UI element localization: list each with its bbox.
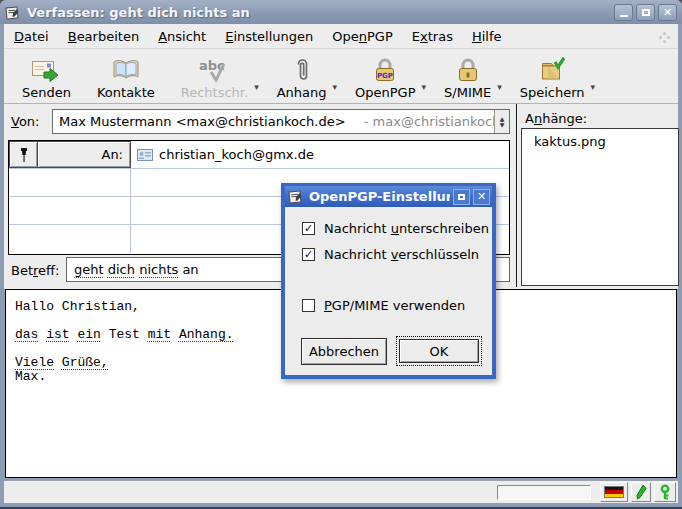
minimize-icon [620,15,628,17]
openpgp-lock-icon: PGP [372,55,398,85]
titlebar[interactable]: Verfassen: geht dich nichts an ✕ [0,0,682,24]
attach-label: Anhang [277,85,327,100]
svg-text:PGP: PGP [377,72,393,80]
from-identity-spinner[interactable]: ▲▼ [494,110,509,133]
sign-message-label: Nachricht unterschreiben [324,221,489,236]
close-button[interactable]: ✕ [658,4,677,21]
menu-hilfe[interactable]: Hilfe [472,29,502,44]
attach-dropdown-icon[interactable]: ▾ [333,82,338,92]
close-icon: ✕ [663,7,672,18]
send-icon [31,55,61,85]
save-label: Speichern [520,85,585,100]
spellcheck-label: Rechtschr. [181,85,248,100]
openpgp-dropdown-icon[interactable]: ▾ [422,82,427,92]
smime-button[interactable]: S/MIME [434,53,501,102]
german-flag-icon [604,486,624,498]
menu-datei[interactable]: Datei [14,29,49,44]
recipient-row: An: christian_koch@gmx.de [9,141,509,169]
pgp-mime-checkbox-row[interactable]: PGP/MIME verwenden [302,298,465,313]
dialog-close-button[interactable]: ✕ [473,189,490,205]
sign-message-checkbox[interactable]: ✓ [302,222,315,235]
from-label: Von: [11,114,39,129]
smime-label: S/MIME [444,85,491,100]
menu-bearbeiten[interactable]: Bearbeiten [68,29,139,44]
dialog-close-icon: ✕ [477,191,486,202]
encrypt-message-label: Nachricht verschlüsseln [324,247,479,262]
sign-message-checkbox-row[interactable]: ✓ Nachricht unterschreiben [302,221,489,236]
attachment-item[interactable]: kaktus.png [522,129,678,149]
recipient-address: christian_koch@gmx.de [159,147,314,162]
pgp-mime-checkbox[interactable] [302,299,315,312]
attachments-label: Anhänge: [525,111,587,126]
from-identity-select[interactable]: Max Mustermann <max@christiankoch.de> - … [52,109,510,134]
ok-button[interactable]: OK [399,339,479,363]
openpgp-button[interactable]: PGP OpenPGP [345,53,425,102]
cancel-button[interactable]: Abbrechen [301,338,387,365]
menubar-grip-icon[interactable] [658,32,670,44]
enigmail-encrypt-status[interactable] [654,482,676,502]
dialog-content: ✓ Nachricht unterschreiben ✓ Nachricht v… [285,207,492,375]
contact-card-icon [137,149,153,161]
maximize-button[interactable] [636,4,655,21]
pin-button[interactable] [9,141,37,168]
ok-button-focus-ring: OK [396,336,482,366]
contacts-button[interactable]: Kontakte [87,53,165,102]
maximize-icon [642,9,650,16]
attach-button[interactable]: Anhang [267,53,337,102]
menu-ansicht[interactable]: Ansicht [158,29,206,44]
from-identity-value: Max Mustermann <max@christiankoch.de> [59,114,346,129]
progress-meter [497,485,591,500]
dialog-titlebar[interactable]: OpenPGP-Einstellur ✕ [285,186,492,207]
send-label: Senden [22,85,71,100]
recipient-type-button[interactable]: An: [37,141,131,168]
smime-lock-icon [455,55,481,85]
spellcheck-dropdown-icon[interactable]: ▾ [254,82,259,92]
contacts-label: Kontakte [97,85,155,100]
attachments-splitter[interactable] [516,104,517,287]
enigmail-sign-status[interactable] [631,482,651,502]
smime-dropdown-icon[interactable]: ▾ [497,82,502,92]
toolbar: Senden Kontakte abc Rechtschr. ▾ [4,49,678,104]
save-button[interactable]: Speichern [510,53,595,102]
spellcheck-button: abc Rechtschr. [171,53,258,102]
attachments-list[interactable]: kaktus.png [521,128,679,286]
recipient-field[interactable]: christian_koch@gmx.de [131,141,509,168]
subject-text: geht dich nichts an [74,262,199,277]
minimize-button[interactable] [614,4,633,21]
dialog-title: OpenPGP-Einstellur [309,189,450,204]
encrypt-key-icon [658,484,672,500]
subject-label: Betreff: [11,263,59,278]
encrypt-message-checkbox-row[interactable]: ✓ Nachricht verschlüsseln [302,247,479,262]
menubar: Datei Bearbeiten Ansicht Einstellungen O… [4,24,678,49]
sign-pen-icon [635,484,647,500]
save-icon [538,55,566,85]
window-icon [5,5,20,20]
attach-icon [293,55,311,85]
menu-einstellungen[interactable]: Einstellungen [225,29,313,44]
dialog-maximize-button[interactable] [453,189,470,205]
compose-window: Verfassen: geht dich nichts an ✕ Datei B… [0,0,682,509]
dialog-window-icon [288,189,303,204]
from-identity-secondary: - max@christiankoch. [364,114,494,129]
save-dropdown-icon[interactable]: ▾ [591,82,596,92]
statusbar [4,480,678,503]
recipient-type-label: An: [101,147,123,162]
openpgp-settings-dialog: OpenPGP-Einstellur ✕ ✓ Nachricht untersc… [281,183,496,379]
contacts-icon [111,55,141,85]
spellcheck-icon: abc [197,55,231,85]
encrypt-message-checkbox[interactable]: ✓ [302,248,315,261]
language-cell[interactable] [600,482,628,502]
send-button[interactable]: Senden [12,53,81,102]
window-title: Verfassen: geht dich nichts an [27,5,611,20]
dialog-maximize-icon [458,194,465,200]
openpgp-label: OpenPGP [355,85,415,100]
pgp-mime-label: PGP/MIME verwenden [324,298,465,313]
menu-openpgp[interactable]: OpenPGP [332,29,393,44]
menu-extras[interactable]: Extras [412,29,453,44]
pin-icon [19,147,29,163]
